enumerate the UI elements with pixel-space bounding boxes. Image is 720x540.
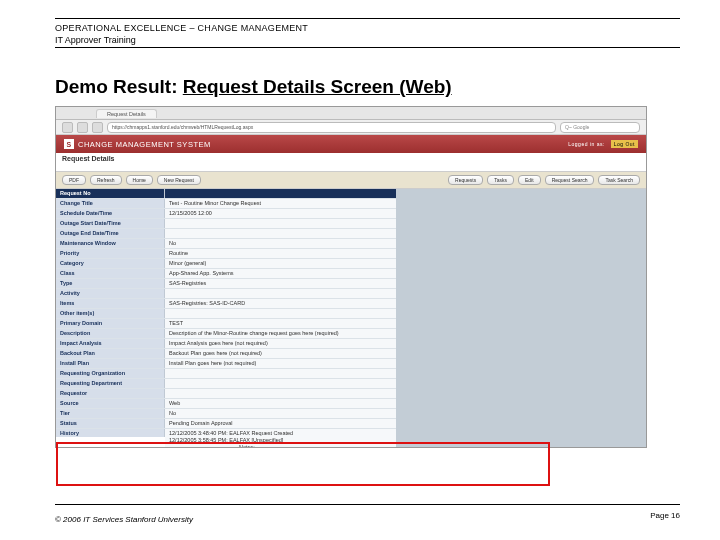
history-line: 12/12/2005 3:48:40 PM: EALFAX Request Cr… bbox=[169, 430, 392, 437]
field-value: Pending Domain Approval bbox=[165, 419, 396, 428]
field-value: Routine bbox=[165, 249, 396, 258]
form-row: DescriptionDescription of the Minor-Rout… bbox=[56, 329, 396, 339]
field-label: Status bbox=[56, 419, 165, 428]
field-value bbox=[165, 309, 396, 318]
field-value: No bbox=[165, 409, 396, 418]
history-line: Notes: bbox=[169, 444, 392, 448]
form-row: Change TitleTest - Routine Minor Change … bbox=[56, 199, 396, 209]
back-button[interactable] bbox=[62, 122, 73, 133]
field-label: Install Plan bbox=[56, 359, 165, 368]
details-form: Request No Change TitleTest - Routine Mi… bbox=[56, 189, 396, 448]
page-subheading: Request Details bbox=[56, 153, 646, 172]
app-title: CHANGE MANAGEMENT SYSTEM bbox=[78, 140, 211, 149]
field-value: 12/15/2005 12:00 bbox=[165, 209, 396, 218]
task-search-button[interactable]: Task Search bbox=[598, 175, 640, 185]
form-row: Activity bbox=[56, 289, 396, 299]
field-value bbox=[165, 289, 396, 298]
header-line-2: IT Approver Training bbox=[55, 35, 680, 45]
field-value: Minor (general) bbox=[165, 259, 396, 268]
form-row: Outage End Date/Time bbox=[56, 229, 396, 239]
field-value bbox=[165, 229, 396, 238]
field-value bbox=[165, 219, 396, 228]
copyright: © 2006 IT Services Stanford University bbox=[55, 515, 193, 524]
form-row: Primary DomainTEST bbox=[56, 319, 396, 329]
form-row: Outage Start Date/Time bbox=[56, 219, 396, 229]
history-value: 12/12/2005 3:48:40 PM: EALFAX Request Cr… bbox=[165, 429, 396, 448]
field-label: Type bbox=[56, 279, 165, 288]
form-row: Maintenance WindowNo bbox=[56, 239, 396, 249]
field-value: No bbox=[165, 239, 396, 248]
field-label: Impact Analysis bbox=[56, 339, 165, 348]
form-row: ItemsSAS-Registries: SAS-ID-CARD bbox=[56, 299, 396, 309]
form-row: StatusPending Domain Approval bbox=[56, 419, 396, 429]
edit-button[interactable]: Edit bbox=[518, 175, 541, 185]
field-label: Schedule Date/Time bbox=[56, 209, 165, 218]
form-row: Install PlanInstall Plan goes here (not … bbox=[56, 359, 396, 369]
blank-side-panel bbox=[396, 189, 646, 448]
form-row: TierNo bbox=[56, 409, 396, 419]
history-line: 12/12/2005 3:58:45 PM: EALFAX [Unspecifi… bbox=[169, 437, 392, 444]
field-label: Backout Plan bbox=[56, 349, 165, 358]
app-banner: S CHANGE MANAGEMENT SYSTEM Logged in as:… bbox=[56, 135, 646, 153]
field-label: Outage End Date/Time bbox=[56, 229, 165, 238]
form-row: Impact AnalysisImpact Analysis goes here… bbox=[56, 339, 396, 349]
field-label: Requestor bbox=[56, 389, 165, 398]
highlight-rectangle bbox=[56, 442, 550, 486]
field-label: Maintenance Window bbox=[56, 239, 165, 248]
logged-in-label: Logged in as: bbox=[568, 141, 605, 147]
form-row: Schedule Date/Time12/15/2005 12:00 bbox=[56, 209, 396, 219]
title-prefix: Demo Result: bbox=[55, 76, 183, 97]
form-row: Requestor bbox=[56, 389, 396, 399]
home-button[interactable]: Home bbox=[126, 175, 153, 185]
app-logo: S CHANGE MANAGEMENT SYSTEM bbox=[64, 139, 211, 149]
field-value: SAS-Registries bbox=[165, 279, 396, 288]
form-row: ClassApp-Shared App. Systems bbox=[56, 269, 396, 279]
request-search-button[interactable]: Request Search bbox=[545, 175, 595, 185]
form-row: Requesting Organization bbox=[56, 369, 396, 379]
form-row: Requesting Department bbox=[56, 379, 396, 389]
field-label: Requesting Department bbox=[56, 379, 165, 388]
search-box[interactable]: Q~ Google bbox=[560, 122, 640, 133]
field-value: Install Plan goes here (not required) bbox=[165, 359, 396, 368]
field-label: Items bbox=[56, 299, 165, 308]
logout-button[interactable]: Log Out bbox=[611, 140, 638, 148]
field-value: Description of the Minor-Routine change … bbox=[165, 329, 396, 338]
slide-title: Demo Result: Request Details Screen (Web… bbox=[55, 76, 680, 98]
form-row: PriorityRoutine bbox=[56, 249, 396, 259]
forward-button[interactable] bbox=[77, 122, 88, 133]
field-value: App-Shared App. Systems bbox=[165, 269, 396, 278]
form-row: Backout PlanBackout Plan goes here (not … bbox=[56, 349, 396, 359]
pdf-button[interactable]: PDF bbox=[62, 175, 86, 185]
field-value: Backout Plan goes here (not required) bbox=[165, 349, 396, 358]
history-label: History bbox=[56, 429, 165, 437]
address-bar[interactable]: https://chmapps1.stanford.edu/chmweb/HTM… bbox=[107, 122, 556, 133]
field-value bbox=[165, 369, 396, 378]
field-label: Requesting Organization bbox=[56, 369, 165, 378]
requests-button[interactable]: Requests bbox=[448, 175, 483, 185]
field-label: Primary Domain bbox=[56, 319, 165, 328]
field-value: SAS-Registries: SAS-ID-CARD bbox=[165, 299, 396, 308]
field-label: Class bbox=[56, 269, 165, 278]
reload-button[interactable] bbox=[92, 122, 103, 133]
tasks-button[interactable]: Tasks bbox=[487, 175, 514, 185]
field-label: Priority bbox=[56, 249, 165, 258]
field-value: Impact Analysis goes here (not required) bbox=[165, 339, 396, 348]
browser-tab[interactable]: Request Details bbox=[96, 109, 157, 118]
header-line-1: OPERATIONAL EXCELLENCE – CHANGE MANAGEME… bbox=[55, 23, 680, 33]
stanford-logo-icon: S bbox=[64, 139, 74, 149]
field-value: Test - Routine Minor Change Request bbox=[165, 199, 396, 208]
field-label: Source bbox=[56, 399, 165, 408]
request-no-label: Request No bbox=[56, 189, 165, 198]
field-label: Description bbox=[56, 329, 165, 338]
field-value: TEST bbox=[165, 319, 396, 328]
field-value: Web bbox=[165, 399, 396, 408]
form-row: SourceWeb bbox=[56, 399, 396, 409]
page-number: Page 16 bbox=[650, 511, 680, 520]
history-row: History 12/12/2005 3:48:40 PM: EALFAX Re… bbox=[56, 429, 396, 448]
form-row: TypeSAS-Registries bbox=[56, 279, 396, 289]
new-request-button[interactable]: New Request bbox=[157, 175, 201, 185]
request-no-value bbox=[165, 189, 396, 198]
refresh-button[interactable]: Refresh bbox=[90, 175, 122, 185]
field-value bbox=[165, 389, 396, 398]
field-label: Category bbox=[56, 259, 165, 268]
